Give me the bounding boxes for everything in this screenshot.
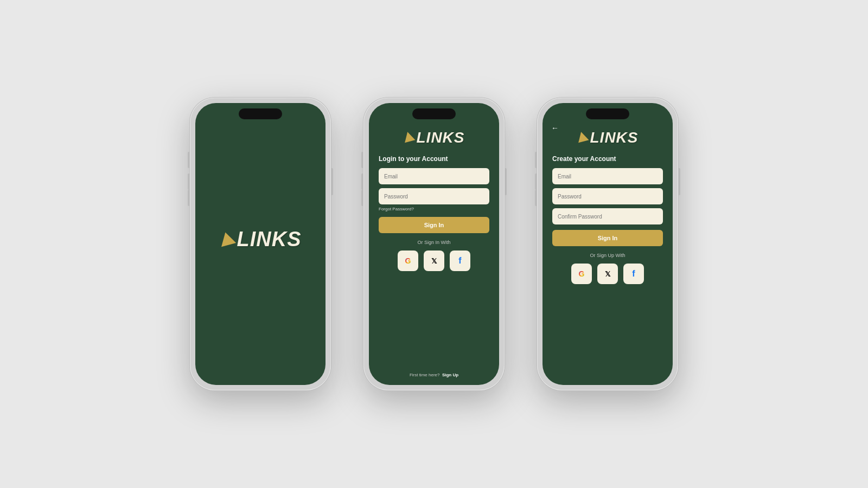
- logo-flag-icon-3: [576, 131, 589, 143]
- register-email-input[interactable]: [552, 168, 663, 184]
- facebook-icon-2: f: [632, 269, 635, 279]
- register-logo-text: LINKS: [590, 129, 639, 146]
- register-password-input[interactable]: [552, 188, 663, 204]
- login-password-input[interactable]: [379, 188, 489, 204]
- forgot-password-link[interactable]: Forgot Password?: [379, 207, 489, 211]
- sign-up-link[interactable]: Sign Up: [442, 373, 458, 377]
- x-register-button[interactable]: 𝕏: [597, 264, 618, 284]
- register-confirm-password-input[interactable]: [552, 208, 663, 224]
- splash-logo: LINKS: [220, 228, 302, 251]
- login-sign-in-button[interactable]: Sign In: [379, 217, 489, 233]
- register-form: Create your Account Sign In Or Sign Up W…: [542, 146, 673, 385]
- x-login-button[interactable]: 𝕏: [424, 251, 444, 271]
- phone-login: LINKS Login to your Account Forgot Passw…: [363, 98, 505, 390]
- google-icon-2: G: [579, 269, 585, 278]
- login-logo: LINKS: [404, 129, 465, 146]
- login-social-icons: G 𝕏 f: [379, 251, 489, 271]
- phone-register: ← LINKS Create your Account Sign In Or S…: [537, 98, 678, 390]
- facebook-icon: f: [458, 256, 461, 266]
- register-or-divider: Or Sign Up With: [552, 253, 663, 258]
- register-title: Create your Account: [552, 155, 663, 163]
- google-icon: G: [405, 256, 411, 265]
- dynamic-island-3: [586, 108, 629, 119]
- google-register-button[interactable]: G: [571, 264, 592, 284]
- register-sign-in-button[interactable]: Sign In: [552, 230, 663, 246]
- login-title: Login to your Account: [379, 155, 489, 163]
- facebook-login-button[interactable]: f: [450, 251, 470, 271]
- phone-splash: LINKS: [190, 98, 331, 390]
- logo-flag-icon-2: [402, 131, 415, 143]
- login-form: Login to your Account Forgot Password? S…: [369, 146, 499, 385]
- logo-flag-icon: [218, 230, 235, 246]
- register-screen: ← LINKS Create your Account Sign In Or S…: [542, 103, 673, 385]
- dynamic-island: [239, 108, 282, 119]
- x-icon-2: 𝕏: [605, 270, 610, 278]
- splash-screen: LINKS: [195, 103, 326, 385]
- splash-logo-text: LINKS: [237, 228, 302, 251]
- login-screen: LINKS Login to your Account Forgot Passw…: [369, 103, 499, 385]
- facebook-register-button[interactable]: f: [623, 264, 644, 284]
- google-login-button[interactable]: G: [398, 251, 418, 271]
- login-logo-text: LINKS: [417, 129, 465, 146]
- dynamic-island-2: [412, 108, 456, 119]
- login-email-input[interactable]: [379, 168, 489, 184]
- back-button[interactable]: ←: [551, 124, 559, 132]
- register-social-icons: G 𝕏 f: [552, 264, 663, 284]
- x-icon: 𝕏: [431, 257, 437, 265]
- login-bottom-text: First time here? Sign Up: [379, 373, 489, 377]
- register-logo: LINKS: [577, 129, 639, 146]
- login-or-divider: Or Sign In With: [379, 240, 489, 245]
